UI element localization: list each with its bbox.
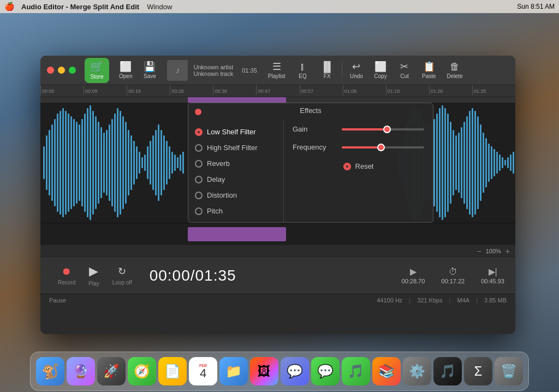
- time-display: 00:00/01:35: [150, 267, 236, 284]
- dock-safari[interactable]: 🧭: [128, 357, 156, 385]
- effect-pitch[interactable]: Pitch: [188, 203, 283, 219]
- apple-menu[interactable]: 🍎: [4, 2, 15, 11]
- svg-rect-24: [109, 124, 110, 201]
- dock-books[interactable]: 📚: [372, 357, 401, 385]
- finder-icon: 🐒: [41, 363, 59, 380]
- svg-rect-18: [92, 111, 94, 215]
- clock-icon: ⏱: [449, 267, 457, 277]
- svg-rect-80: [474, 111, 476, 215]
- effect-label-reverb: Reverb: [207, 159, 230, 168]
- open-button[interactable]: ⬜ Open: [114, 60, 138, 81]
- window-menu[interactable]: Window: [147, 3, 172, 11]
- dock: 🐒 🔮 🚀 🧭 📄 FEB 4 📁 🖼 💬 💬 🎵 📚 ⚙️ 🎵 Σ: [30, 352, 529, 391]
- effect-reverb[interactable]: Reverb: [188, 156, 283, 171]
- playlist-icon: ☰: [272, 62, 281, 72]
- svg-rect-11: [73, 119, 75, 206]
- maximize-button[interactable]: [69, 67, 76, 74]
- track-name: Unknown track: [193, 70, 233, 77]
- delete-button[interactable]: 🗑 Delete: [442, 60, 468, 81]
- eq-button[interactable]: ⫿ EQ: [290, 60, 314, 81]
- svg-rect-45: [166, 141, 168, 185]
- minimize-button[interactable]: [58, 67, 65, 74]
- effects-controls: Gain Frequency: [284, 120, 433, 222]
- gain-slider[interactable]: [342, 128, 424, 130]
- frequency-control: Frequency: [293, 143, 424, 151]
- svg-rect-47: [171, 152, 173, 174]
- reset-button[interactable]: Reset: [293, 162, 424, 170]
- svg-rect-90: [502, 157, 503, 168]
- selection-region-bottom: [188, 227, 286, 241]
- dock-audio-editor[interactable]: 🎵: [433, 357, 462, 385]
- waveform-left-svg: [40, 103, 185, 223]
- effects-content: Low Shelf Filter High Shelf Filter Rever…: [188, 103, 433, 222]
- paste-button[interactable]: 📋 Paste: [417, 60, 442, 81]
- frequency-fill: [342, 146, 381, 149]
- trash-icon: 🗑️: [501, 364, 517, 379]
- cut-button[interactable]: ✂ Cut: [393, 60, 417, 81]
- dock-discord[interactable]: 💬: [281, 357, 309, 385]
- svg-rect-6: [60, 111, 61, 215]
- dock-calendar[interactable]: FEB 4: [189, 357, 217, 385]
- svg-rect-20: [98, 122, 99, 204]
- dock-sigma[interactable]: Σ: [464, 357, 492, 385]
- store-button[interactable]: 🛒 Store: [85, 58, 109, 83]
- toolbar-items: 🛒 Store ⬜ Open 💾 Save ♪ Unknown artist U…: [85, 58, 509, 83]
- svg-rect-73: [455, 135, 457, 190]
- dock-notes[interactable]: 📄: [158, 357, 187, 385]
- fx-button[interactable]: ▐▌ FX: [314, 60, 340, 81]
- dock-files[interactable]: 📁: [219, 357, 248, 385]
- copy-button[interactable]: ⬜ Copy: [368, 60, 393, 81]
- close-button[interactable]: [47, 67, 54, 74]
- dock-system-prefs[interactable]: ⚙️: [403, 357, 431, 385]
- ruler-mark-5: 00:47: [256, 85, 299, 95]
- pause-label: Pause: [49, 297, 66, 304]
- frequency-slider[interactable]: [342, 146, 424, 149]
- eq-icon: ⫿: [300, 62, 305, 72]
- format: M4A: [457, 297, 470, 304]
- waveform-area[interactable]: Effects Low Shelf Filter High Shelf Filt…: [40, 103, 515, 223]
- effects-list: Low Shelf Filter High Shelf Filter Rever…: [188, 120, 284, 222]
- svg-rect-10: [70, 116, 72, 209]
- reset-label: Reset: [355, 162, 374, 170]
- loop-label: Loop off: [112, 280, 132, 286]
- effect-high-shelf[interactable]: High Shelf Filter: [188, 140, 283, 156]
- undo-button[interactable]: ↩ Undo: [344, 60, 368, 81]
- effect-delay[interactable]: Delay: [188, 171, 283, 187]
- svg-rect-32: [130, 135, 132, 190]
- dock-photos[interactable]: 🖼: [250, 357, 278, 385]
- effect-low-shelf[interactable]: Low Shelf Filter: [188, 124, 283, 140]
- dock-finder[interactable]: 🐒: [36, 357, 64, 385]
- loop-button[interactable]: ↻ Loop off: [106, 265, 139, 286]
- dock-launchpad[interactable]: 🚀: [97, 357, 126, 385]
- save-button[interactable]: 💾 Save: [138, 60, 162, 81]
- zoom-plus-button[interactable]: +: [506, 247, 510, 256]
- dock-imessage[interactable]: 💬: [311, 357, 340, 385]
- playlist-button[interactable]: ☰ Playlist: [263, 60, 291, 81]
- play-button[interactable]: ▶ Play: [82, 264, 105, 287]
- svg-rect-36: [141, 157, 143, 168]
- record-button[interactable]: ⏺ Record: [51, 266, 82, 286]
- effects-panel: Effects Low Shelf Filter High Shelf Filt…: [188, 103, 433, 223]
- dock-trash[interactable]: 🗑️: [495, 357, 523, 385]
- svg-rect-9: [68, 114, 69, 212]
- frequency-thumb[interactable]: [377, 144, 385, 151]
- gain-thumb[interactable]: [383, 126, 391, 133]
- svg-rect-23: [106, 130, 108, 195]
- fx-label: FX: [324, 73, 331, 79]
- effect-distortion[interactable]: Distortion: [188, 187, 283, 203]
- ruler-mark-3: 00:28: [170, 85, 213, 95]
- zoom-minus-button[interactable]: −: [477, 247, 481, 256]
- menubar: 🍎 Audio Editor - Merge Split And Edit Wi…: [0, 0, 559, 13]
- selection-bar-bottom: [40, 223, 515, 245]
- siri-icon: 🔮: [73, 364, 89, 379]
- launchpad-icon: 🚀: [103, 364, 120, 379]
- dock-siri[interactable]: 🔮: [67, 357, 95, 385]
- ruler-mark-1: 00:09: [84, 85, 127, 95]
- svg-rect-67: [439, 108, 441, 217]
- effects-title: Effects: [188, 103, 433, 120]
- app-name[interactable]: Audio Editor - Merge Split And Edit: [21, 3, 139, 11]
- effect-radio-distortion: [195, 192, 203, 199]
- svg-rect-8: [65, 111, 67, 215]
- dock-facetime[interactable]: 🎵: [342, 357, 370, 385]
- record-icon: ⏺: [62, 266, 72, 277]
